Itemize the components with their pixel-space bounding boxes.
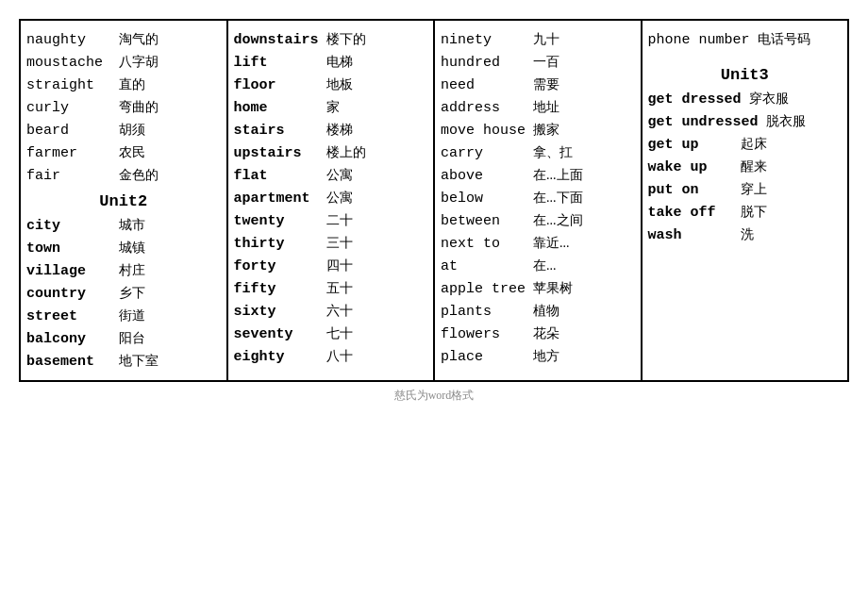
unit-title: Unit3	[648, 60, 843, 88]
chinese-translation: 七十	[326, 325, 353, 342]
english-word: downstairs	[234, 32, 319, 48]
list-item: upstairs楼上的	[234, 141, 428, 164]
english-word: balcony	[26, 331, 111, 347]
list-item: floor地板	[234, 74, 428, 96]
english-word: flat	[234, 168, 319, 184]
chinese-translation: 村庄	[119, 262, 145, 279]
chinese-translation: 四十	[326, 257, 353, 274]
list-item: get undressed脱衣服	[648, 110, 843, 133]
chinese-translation: 楼上的	[326, 144, 366, 161]
list-item: move house搬家	[441, 119, 635, 141]
list-item: at在...	[441, 255, 635, 277]
chinese-translation: 公寓	[326, 190, 353, 207]
english-word: straight	[26, 77, 111, 93]
list-item: apple tree苹果树	[441, 277, 635, 300]
english-word: take off	[648, 205, 733, 221]
list-item: sixty六十	[234, 300, 428, 323]
english-word: address	[441, 100, 526, 116]
list-item: seventy七十	[234, 323, 428, 345]
chinese-translation: 三十	[326, 235, 353, 252]
english-word: wash	[648, 227, 733, 243]
chinese-translation: 苹果树	[533, 280, 573, 297]
chinese-translation: 九十	[533, 31, 559, 48]
column-4: phone number电话号码Unit3get dressed穿衣服get u…	[643, 21, 848, 380]
list-item: street街道	[26, 305, 221, 327]
chinese-translation: 弯曲的	[119, 99, 159, 116]
chinese-translation: 花朵	[533, 325, 559, 342]
list-item: downstairs楼下的	[234, 28, 428, 51]
list-item: stairs楼梯	[234, 119, 428, 141]
list-item: twenty二十	[234, 209, 428, 232]
english-word: city	[26, 218, 111, 234]
page: naughty淘气的moustache八字胡straight直的curly弯曲的…	[9, 0, 859, 432]
english-word: below	[441, 191, 526, 207]
chinese-translation: 洗	[741, 226, 754, 243]
chinese-translation: 电话号码	[758, 31, 810, 48]
vocabulary-table: naughty淘气的moustache八字胡straight直的curly弯曲的…	[19, 19, 849, 382]
chinese-translation: 地板	[326, 76, 353, 93]
list-item: get up起床	[648, 133, 843, 156]
list-item: ninety九十	[441, 28, 635, 51]
english-word: country	[26, 286, 111, 302]
list-item: straight直的	[26, 74, 221, 96]
list-item: city城市	[26, 214, 221, 237]
chinese-translation: 地址	[533, 99, 559, 116]
english-word: between	[441, 213, 526, 229]
english-word: ninety	[441, 32, 526, 48]
chinese-translation: 脱衣服	[766, 113, 806, 130]
english-word: get up	[648, 137, 733, 153]
chinese-translation: 在...	[533, 257, 557, 274]
chinese-translation: 穿上	[741, 181, 767, 198]
list-item: need需要	[441, 74, 635, 96]
chinese-translation: 六十	[326, 303, 353, 320]
chinese-translation: 一百	[533, 54, 559, 71]
column-2: downstairs楼下的lift电梯floor地板home家stairs楼梯u…	[228, 21, 436, 380]
list-item: town城镇	[26, 237, 221, 259]
list-item: place地方	[441, 345, 635, 368]
list-item: flowers花朵	[441, 323, 635, 345]
chinese-translation: 五十	[326, 280, 353, 297]
list-item: beard胡须	[26, 119, 221, 141]
column-3: ninety九十hundred一百need需要address地址move hou…	[435, 21, 643, 380]
english-word: curly	[26, 100, 111, 116]
list-item: address地址	[441, 96, 635, 119]
list-item: get dressed穿衣服	[648, 88, 843, 110]
chinese-translation: 城市	[119, 217, 145, 234]
english-word: need	[441, 77, 526, 93]
chinese-translation: 农民	[119, 144, 145, 161]
english-word: village	[26, 263, 111, 279]
list-item: hundred一百	[441, 51, 635, 74]
english-word: basement	[26, 354, 111, 370]
list-item: eighty八十	[234, 345, 428, 368]
english-word: wake up	[648, 159, 733, 175]
chinese-translation: 楼下的	[326, 31, 366, 48]
english-word: town	[26, 241, 111, 257]
chinese-translation: 拿、扛	[533, 144, 573, 161]
chinese-translation: 在...上面	[533, 167, 583, 184]
chinese-translation: 醒来	[741, 158, 767, 175]
english-word: hundred	[441, 55, 526, 71]
english-word: fair	[26, 168, 111, 184]
chinese-translation: 直的	[119, 76, 145, 93]
list-item: carry拿、扛	[441, 141, 635, 164]
footer-text: 慈氏为word格式	[19, 388, 849, 404]
chinese-translation: 二十	[326, 212, 353, 229]
english-word: flowers	[441, 326, 526, 342]
english-word: put on	[648, 182, 733, 198]
column-1: naughty淘气的moustache八字胡straight直的curly弯曲的…	[21, 21, 228, 380]
list-item: fifty五十	[234, 277, 428, 300]
chinese-translation: 胡须	[119, 122, 145, 139]
english-word: move house	[441, 123, 526, 139]
chinese-translation: 在...下面	[533, 190, 583, 207]
english-word: farmer	[26, 145, 111, 161]
unit-title: Unit2	[26, 187, 221, 214]
english-word: plants	[441, 304, 526, 320]
list-item: wake up醒来	[648, 156, 843, 178]
english-word: apartment	[234, 191, 319, 207]
chinese-translation: 脱下	[741, 204, 767, 221]
list-item: apartment公寓	[234, 187, 428, 209]
list-item: forty四十	[234, 255, 428, 277]
english-word: street	[26, 308, 111, 324]
chinese-translation: 穿衣服	[749, 91, 789, 108]
english-word: lift	[234, 55, 319, 71]
